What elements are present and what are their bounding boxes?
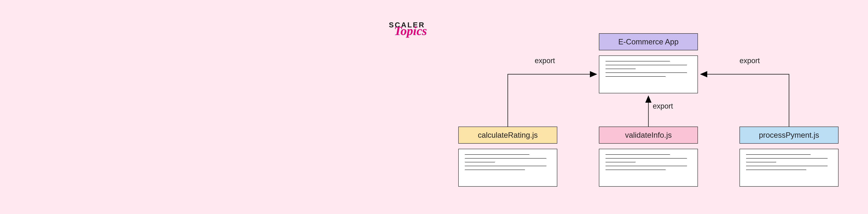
export-label-left: export [535,57,555,65]
module-label: validateInfo.js [625,131,672,139]
module-label: processPyment.js [759,131,819,139]
module-codebox-processpyment [740,149,838,187]
module-header-validateinfo: validateInfo.js [599,127,698,144]
export-label-center: export [653,102,673,110]
module-codebox-calculaterating [458,149,557,187]
module-codebox-validateinfo [599,149,698,187]
module-header-calculaterating: calculateRating.js [458,127,557,144]
ecommerce-app-header: E-Commerce App [599,33,698,50]
ecommerce-app-title: E-Commerce App [618,37,678,46]
scaler-topics-logo: SCALER Topics [389,21,444,36]
ecommerce-app-codebox [599,56,698,93]
export-label-right: export [740,57,760,65]
logo-sub-text: Topics [394,26,444,36]
module-header-processpyment: processPyment.js [740,127,838,144]
module-label: calculateRating.js [478,131,538,139]
